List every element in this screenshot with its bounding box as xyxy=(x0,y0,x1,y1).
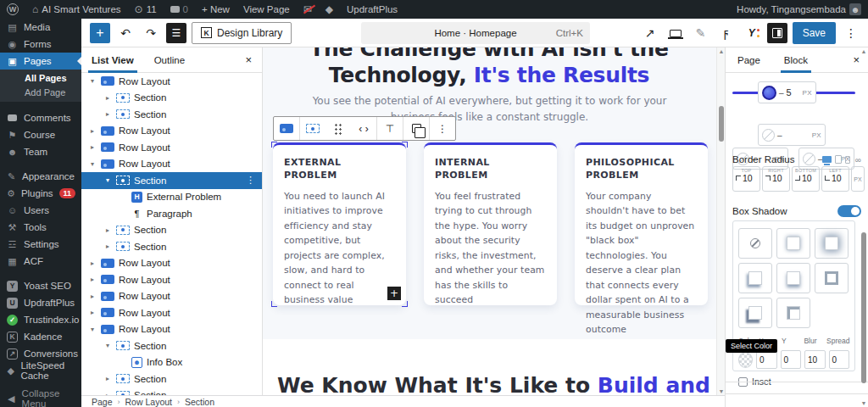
block-options-button[interactable]: ⋮ xyxy=(430,117,455,140)
chevron-down-icon[interactable]: ▾ xyxy=(103,176,112,184)
chevron-down-icon[interactable]: ▾ xyxy=(88,77,97,85)
inspector-tab-page[interactable]: Page xyxy=(726,47,772,72)
inspector-scrollbar-thumb[interactable] xyxy=(861,232,866,383)
border-width-input[interactable]: 5 xyxy=(787,87,800,98)
comments-menu[interactable]: 0 xyxy=(164,0,195,19)
chevron-right-icon[interactable]: ▸ xyxy=(88,309,97,316)
design-library-button[interactable]: K Design Library xyxy=(192,22,292,44)
breadcrumb-row-layout[interactable]: Row Layout xyxy=(125,397,172,407)
list-item-paragraph[interactable]: ¶Paragraph xyxy=(81,205,262,222)
sidebar-item-acf[interactable]: ▦ACF xyxy=(0,253,81,270)
undo-button[interactable]: ↶ xyxy=(115,23,136,43)
problem-card-1[interactable]: EXTERNAL PROBLEMYou need to launch AI in… xyxy=(273,142,406,305)
document-title-bar[interactable]: Home · Homepage Ctrl+K xyxy=(361,22,590,44)
external-link-icon[interactable]: ↗ xyxy=(640,23,660,43)
shadow-value-input-2[interactable]: 10 xyxy=(804,350,825,369)
chevron-right-icon[interactable]: ▸ xyxy=(88,276,97,283)
scrollbar-thumb[interactable] xyxy=(719,106,724,142)
list-item-section[interactable]: ▸Section xyxy=(81,90,262,107)
sidebar-item-comments[interactable]: Comments xyxy=(0,109,81,126)
sidebar-item-appearance[interactable]: ✎Appearance xyxy=(0,168,81,185)
breadcrumb-page[interactable]: Page xyxy=(92,397,113,407)
shadow-preset-inset-corner[interactable] xyxy=(776,298,810,328)
canvas-scrollbar[interactable]: ▲ ▼ xyxy=(716,47,725,395)
inspector-scrollbar[interactable]: ▲ ▼ xyxy=(860,47,867,407)
preview-button[interactable] xyxy=(665,23,686,43)
settings-sidebar-toggle[interactable] xyxy=(767,23,787,43)
section-block-button[interactable] xyxy=(300,117,326,140)
tab-list-view[interactable]: List View xyxy=(81,47,144,72)
selection-handle[interactable] xyxy=(402,301,408,307)
list-item-section[interactable]: ▾Section xyxy=(81,337,262,354)
options-menu-button[interactable]: ⋮ xyxy=(841,23,861,43)
close-list-view-button[interactable]: × xyxy=(240,47,257,72)
list-item-row-layout[interactable]: ▸Row Layout xyxy=(81,304,262,321)
scroll-down-icon[interactable]: ▼ xyxy=(717,388,725,394)
sidebar-item-settings[interactable]: ☲Settings xyxy=(0,236,81,253)
speed-icon[interactable]: ϝ xyxy=(716,23,737,43)
editor-canvas[interactable]: The Challenge with AI isn't the Technolo… xyxy=(263,47,725,395)
list-item-section[interactable]: ▸Section xyxy=(81,222,262,239)
shadow-value-input-3[interactable]: 0 xyxy=(829,350,849,369)
chevron-right-icon[interactable]: ▸ xyxy=(103,243,112,250)
shadow-value-input-0[interactable]: 0 xyxy=(756,350,776,369)
phone-icon[interactable] xyxy=(845,156,850,164)
sidebar-item-yoast-seo[interactable]: YYoast SEO xyxy=(0,277,81,294)
sidebar-item-pages[interactable]: ▣Pages xyxy=(0,53,81,70)
submenu-item-all-pages[interactable]: All Pages xyxy=(0,70,81,85)
list-item-row-layout[interactable]: ▾Row Layout xyxy=(81,156,262,173)
border-bottom-color-swatch[interactable] xyxy=(762,129,775,142)
shadow-preset-soft[interactable] xyxy=(776,228,810,259)
updraft-menu[interactable]: UpdraftPlus xyxy=(340,0,404,19)
selection-handle[interactable] xyxy=(271,142,277,148)
page-heading[interactable]: The Challenge with AI isn't the Technolo… xyxy=(273,47,705,89)
list-item-row-layout[interactable]: ▸Row Layout xyxy=(81,123,262,140)
shadow-preset-bottom-left[interactable] xyxy=(738,263,772,293)
inspector-scroll-up-icon[interactable]: ▲ xyxy=(860,48,867,54)
view-page-menu[interactable]: View Page xyxy=(236,0,297,19)
edit-page-icon[interactable]: ✎ xyxy=(691,23,711,43)
list-item-row-layout[interactable]: ▸Row Layout xyxy=(81,288,262,305)
wp-logo-menu[interactable]: W xyxy=(0,0,25,19)
howdy-menu[interactable]: Howdy, Tingangsembada☻ xyxy=(730,0,868,19)
sidebar-item-team[interactable]: ☻Team xyxy=(0,143,81,160)
scroll-up-icon[interactable]: ▲ xyxy=(717,48,725,54)
radius-right-input[interactable]: RIGHT10 xyxy=(762,166,790,192)
mailchimp-menu[interactable]: ✉ xyxy=(297,0,319,19)
litespeed-menu[interactable]: ◆ xyxy=(319,0,340,19)
chevron-down-icon[interactable]: ▾ xyxy=(103,342,112,349)
chevron-right-icon[interactable]: ▸ xyxy=(103,226,112,234)
chevron-right-icon[interactable]: ▸ xyxy=(88,127,97,135)
sidebar-item-tools[interactable]: ⚒Tools xyxy=(0,219,81,236)
tablet-icon[interactable] xyxy=(835,155,842,164)
chevron-down-icon[interactable]: ▾ xyxy=(88,326,97,333)
drag-handle[interactable] xyxy=(326,117,351,140)
save-button[interactable]: Save xyxy=(793,22,836,44)
desktop-icon[interactable] xyxy=(822,156,832,163)
list-item-external-problem[interactable]: HExternal Problem xyxy=(81,189,262,206)
border-color-swatch[interactable] xyxy=(762,86,776,100)
shadow-preset-none[interactable] xyxy=(738,228,772,259)
radius-bottom-input[interactable]: BOTTOM10 xyxy=(792,166,820,192)
list-item-info-box[interactable]: ☻Info Box xyxy=(81,354,262,371)
list-item-row-layout[interactable]: ▾Row Layout xyxy=(81,321,262,338)
sidebar-item-course[interactable]: ⚑Course xyxy=(0,126,81,143)
list-item-section[interactable]: ▾Section⋮ xyxy=(81,172,262,189)
sidebar-item-kadence[interactable]: KKadence xyxy=(0,328,81,345)
sidebar-item-plugins[interactable]: ⚙Plugins11 xyxy=(0,185,81,202)
shadow-preset-inset-border[interactable] xyxy=(815,263,849,293)
item-options-icon[interactable]: ⋮ xyxy=(244,175,257,186)
breadcrumb-section[interactable]: Section xyxy=(185,397,214,407)
chevron-right-icon[interactable]: ▸ xyxy=(103,375,112,382)
list-item-row-layout[interactable]: ▸Row Layout xyxy=(81,255,262,272)
yoast-seo-icon[interactable]: Y xyxy=(742,23,762,43)
add-block-button[interactable]: + xyxy=(387,287,401,300)
site-name-menu[interactable]: ⌂AI Smart Ventures xyxy=(25,0,128,19)
radius-left-input[interactable]: LEFT10 xyxy=(821,166,849,192)
selection-handle[interactable] xyxy=(271,301,277,307)
sidebar-item-forms[interactable]: ◉Forms xyxy=(0,36,81,53)
updates-menu[interactable]: ⊙11 xyxy=(128,0,164,19)
list-item-row-layout[interactable]: ▸Row Layout xyxy=(81,139,262,156)
sidebar-item-media[interactable]: ▤Media xyxy=(0,19,81,36)
sidebar-item-updraftplus[interactable]: UUpdraftPlus xyxy=(0,294,81,311)
